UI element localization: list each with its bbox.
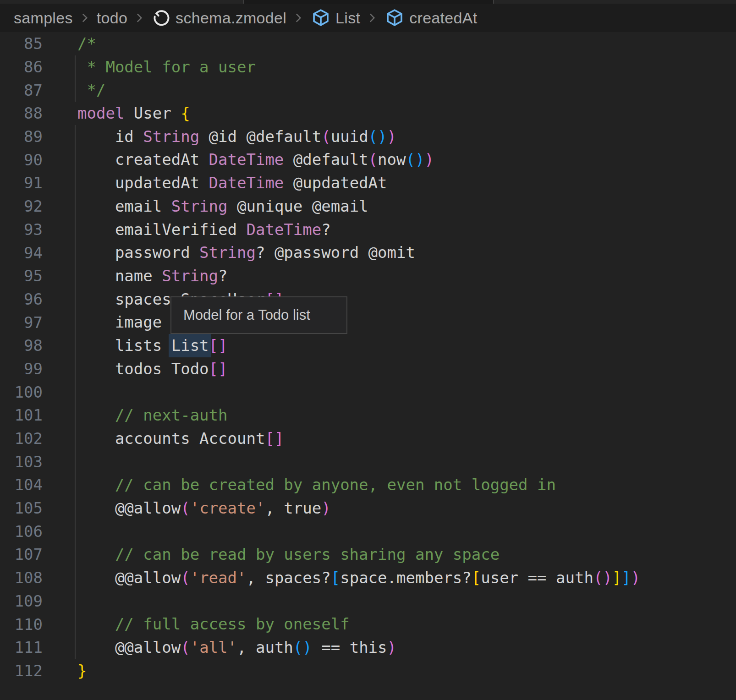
code-line[interactable]: 86 * Model for a user: [0, 55, 736, 79]
line-number[interactable]: 93: [0, 220, 43, 239]
line-number[interactable]: 95: [0, 267, 43, 285]
code-line[interactable]: 109: [0, 590, 736, 613]
breadcrumb-item-createdat[interactable]: createdAt: [384, 7, 477, 28]
code-line[interactable]: 96 spaces SpaceUser[]: [0, 288, 736, 311]
breadcrumb-item-samples[interactable]: samples: [14, 9, 73, 27]
code-line[interactable]: 88model User {: [0, 102, 736, 125]
code-token: ]: [612, 569, 621, 587]
code-token: (: [181, 638, 190, 656]
code-token: (: [368, 150, 378, 169]
code-token: (: [181, 569, 190, 587]
code-token: (): [368, 127, 387, 146]
line-number[interactable]: 88: [0, 104, 43, 122]
code-token: ): [387, 127, 396, 146]
code-line[interactable]: 94 password String? @password @omit: [0, 241, 736, 264]
code-token: }: [77, 662, 87, 680]
line-number[interactable]: 101: [0, 406, 43, 424]
line-number[interactable]: 86: [0, 58, 43, 76]
code-token: ): [631, 569, 640, 587]
tab-bar-bottom-edge: [0, 0, 736, 4]
breadcrumb-label: List: [335, 9, 360, 27]
line-number[interactable]: 85: [0, 34, 43, 53]
code-token: , auth: [237, 638, 293, 656]
chevron-right-icon: [292, 10, 304, 26]
line-number[interactable]: 100: [0, 383, 43, 401]
chevron-right-icon: [79, 10, 91, 26]
chevron-right-icon: [133, 10, 145, 26]
code-token: String: [162, 267, 218, 285]
line-number[interactable]: 102: [0, 429, 43, 448]
code-line[interactable]: 104 // can be created by anyone, even no…: [0, 473, 736, 497]
code-line[interactable]: 110 // full access by oneself: [0, 612, 736, 636]
code-line[interactable]: 85/*: [0, 32, 736, 55]
code-line[interactable]: 90 createdAt DateTime @default(now()): [0, 148, 736, 171]
line-number[interactable]: 90: [0, 151, 43, 169]
code-token: name: [77, 267, 162, 285]
line-number[interactable]: 99: [0, 360, 43, 378]
line-number[interactable]: 106: [0, 522, 43, 541]
code-line[interactable]: 98 lists List[]: [0, 334, 736, 357]
breadcrumb-item-schema-zmodel[interactable]: schema.zmodel: [151, 8, 286, 28]
code-line[interactable]: 95 name String?: [0, 264, 736, 288]
code-line[interactable]: 111 @@allow('all', auth() == this): [0, 636, 736, 659]
code-token: // next-auth: [77, 406, 228, 424]
line-number[interactable]: 97: [0, 313, 43, 332]
line-number[interactable]: 91: [0, 174, 43, 192]
code-line[interactable]: 87 */: [0, 78, 736, 102]
breadcrumb-item-todo[interactable]: todo: [97, 9, 127, 27]
active-tab-edge: [243, 0, 494, 4]
code-token: * Model for a user: [77, 58, 256, 76]
hover-tooltip-text: Model for a Todo list: [183, 307, 310, 323]
code-token: emailVerified: [77, 220, 246, 239]
code-line[interactable]: 100: [0, 380, 736, 404]
line-number[interactable]: 98: [0, 336, 43, 355]
line-number[interactable]: 96: [0, 290, 43, 308]
code-line-text: @@allow('create', true): [43, 497, 331, 520]
code-token: @default: [284, 150, 368, 169]
line-number[interactable]: 87: [0, 81, 43, 99]
line-number[interactable]: 108: [0, 569, 43, 587]
code-token: now: [378, 150, 406, 169]
code-token: ]: [621, 569, 631, 587]
code-line[interactable]: 107 // can be read by users sharing any …: [0, 543, 736, 566]
code-token: (: [181, 499, 190, 517]
code-token: @id @default: [199, 127, 321, 146]
code-line[interactable]: 97 image String?: [0, 311, 736, 334]
line-number[interactable]: 103: [0, 453, 43, 471]
code-line-text: }: [43, 659, 87, 683]
chevron-right-icon: [366, 10, 378, 26]
code-token: @updatedAt: [284, 174, 387, 192]
line-number[interactable]: 92: [0, 197, 43, 215]
code-token: accounts Account: [77, 429, 265, 448]
code-line[interactable]: 112}: [0, 659, 736, 683]
code-token: 'read': [190, 569, 247, 587]
code-line[interactable]: 92 email String @unique @email: [0, 195, 736, 218]
code-line[interactable]: 108 @@allow('read', spaces?[space.member…: [0, 566, 736, 590]
line-number[interactable]: 110: [0, 615, 43, 634]
code-line-text: createdAt DateTime @default(now()): [43, 148, 434, 171]
code-token: // full access by oneself: [77, 615, 350, 633]
code-line[interactable]: 103: [0, 450, 736, 473]
line-number[interactable]: 94: [0, 244, 43, 262]
line-number[interactable]: 111: [0, 638, 43, 656]
code-line[interactable]: 89 id String @id @default(uuid()): [0, 125, 736, 148]
code-token: ?: [218, 267, 227, 285]
line-number[interactable]: 112: [0, 662, 43, 680]
code-line[interactable]: 102 accounts Account[]: [0, 427, 736, 450]
breadcrumb-item-list[interactable]: List: [310, 7, 360, 28]
code-line[interactable]: 105 @@allow('create', true): [0, 497, 736, 520]
code-token: ): [321, 499, 330, 517]
breadcrumb-label: samples: [14, 9, 73, 27]
line-number[interactable]: 104: [0, 476, 43, 494]
code-editor[interactable]: 85/*86 * Model for a user87 */88model Us…: [0, 32, 736, 700]
code-token: ): [424, 150, 434, 169]
line-number[interactable]: 89: [0, 127, 43, 146]
code-line[interactable]: 106: [0, 520, 736, 543]
code-line[interactable]: 99 todos Todo[]: [0, 357, 736, 381]
code-line[interactable]: 91 updatedAt DateTime @updatedAt: [0, 171, 736, 195]
line-number[interactable]: 105: [0, 499, 43, 517]
code-line[interactable]: 93 emailVerified DateTime?: [0, 218, 736, 241]
code-line[interactable]: 101 // next-auth: [0, 404, 736, 427]
line-number[interactable]: 109: [0, 592, 43, 610]
line-number[interactable]: 107: [0, 545, 43, 563]
